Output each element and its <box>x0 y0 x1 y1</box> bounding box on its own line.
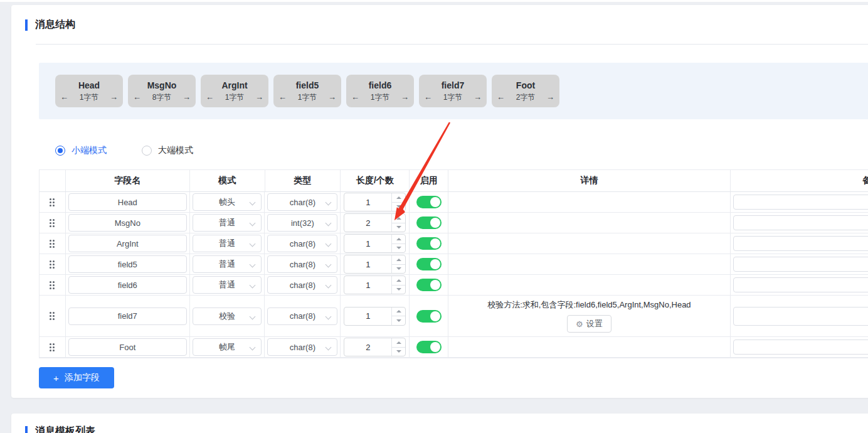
mode-select[interactable]: 普通 <box>193 276 262 294</box>
remark-input[interactable] <box>733 195 868 210</box>
type-select[interactable]: char(8) <box>267 276 337 294</box>
field-name-input[interactable] <box>68 276 187 294</box>
mode-select[interactable]: 校验 <box>193 307 262 325</box>
enable-toggle[interactable] <box>416 216 442 229</box>
remark-input[interactable] <box>733 307 868 326</box>
field-name-input[interactable] <box>68 307 187 325</box>
field-name-input[interactable] <box>68 255 187 273</box>
field-box-name: MsgNo <box>128 80 196 91</box>
drag-handle-icon[interactable] <box>50 240 55 248</box>
detail-cell <box>448 337 730 357</box>
enable-toggle[interactable] <box>416 237 442 250</box>
type-select[interactable]: char(8) <box>267 307 337 325</box>
arrow-left-icon: ← <box>351 94 359 101</box>
enable-toggle[interactable] <box>416 310 442 323</box>
length-input[interactable] <box>344 275 406 294</box>
length-input[interactable] <box>344 255 406 274</box>
field-box-row: Head ← 1字节 → MsgNo ← 8字节 → ArgInt ← <box>55 75 559 107</box>
arrow-right-icon: → <box>255 94 263 101</box>
decrement-button[interactable] <box>392 265 405 274</box>
drag-handle-icon[interactable] <box>50 281 55 289</box>
decrement-button[interactable] <box>392 223 405 232</box>
type-select[interactable]: char(8) <box>267 235 337 252</box>
chevron-down-icon <box>250 200 256 206</box>
divider <box>36 44 868 45</box>
drag-handle-icon[interactable] <box>50 219 55 227</box>
remark-input[interactable] <box>733 236 868 251</box>
detail-cell <box>448 192 730 212</box>
mode-select[interactable]: 普通 <box>193 255 262 273</box>
byte-layout-panel: Head ← 1字节 → MsgNo ← 8字节 → ArgInt ← <box>39 63 868 119</box>
decrement-button[interactable] <box>392 286 405 294</box>
chevron-down-icon <box>326 241 332 247</box>
enable-toggle[interactable] <box>416 341 442 353</box>
decrement-button[interactable] <box>392 244 405 253</box>
field-box-size: 2字节 <box>516 92 536 103</box>
increment-button[interactable] <box>392 193 405 203</box>
title-accent-bar <box>25 19 28 31</box>
length-input[interactable] <box>344 213 406 232</box>
length-input[interactable] <box>344 338 406 356</box>
drag-handle-icon[interactable] <box>50 312 55 320</box>
page-title: 消息结构 <box>35 18 75 31</box>
increment-button[interactable] <box>392 338 405 348</box>
chevron-down-icon <box>326 220 332 227</box>
arrow-right-icon: → <box>401 94 409 101</box>
table-row: 校验 char(8) 校验方法:求和,包含字段:field6,field5,Ar… <box>40 296 868 337</box>
detail-cell <box>448 233 730 254</box>
length-input[interactable] <box>344 193 406 211</box>
decrement-button[interactable] <box>392 348 405 356</box>
enable-toggle[interactable] <box>416 279 442 291</box>
plus-icon: + <box>53 373 59 383</box>
type-select[interactable]: char(8) <box>267 193 337 211</box>
length-input[interactable] <box>344 307 406 326</box>
drag-handle-icon[interactable] <box>50 260 55 269</box>
increment-button[interactable] <box>392 235 405 244</box>
drag-handle-icon[interactable] <box>50 198 55 206</box>
message-template-card: 消息模板列表 <box>11 414 868 433</box>
field-box-size: 1字节 <box>80 92 99 103</box>
mode-select[interactable]: 普通 <box>193 214 262 232</box>
type-select[interactable]: char(8) <box>267 338 337 356</box>
enable-toggle[interactable] <box>416 196 442 208</box>
field-name-input[interactable] <box>68 338 187 356</box>
settings-button-label: 设置 <box>586 318 603 329</box>
drag-handle-icon[interactable] <box>50 343 55 351</box>
arrow-left-icon: ← <box>206 94 214 101</box>
template-list-title: 消息模板列表 <box>35 425 95 433</box>
header-enabled: 启用 <box>410 170 448 191</box>
add-field-button[interactable]: + 添加字段 <box>39 367 114 388</box>
increment-button[interactable] <box>392 255 405 265</box>
radio-little-endian[interactable]: 小端模式 <box>55 145 107 156</box>
remark-input[interactable] <box>733 257 868 272</box>
mode-select[interactable]: 普通 <box>193 235 262 252</box>
mode-select[interactable]: 帧尾 <box>193 338 262 356</box>
diagram-field-foot: Foot ← 2字节 → <box>492 75 559 107</box>
field-box-size: 8字节 <box>152 92 172 103</box>
radio-big-endian[interactable]: 大端模式 <box>142 145 193 156</box>
arrow-left-icon: ← <box>278 94 287 101</box>
increment-button[interactable] <box>392 307 405 317</box>
type-select[interactable]: int(32) <box>267 214 337 232</box>
remark-input[interactable] <box>733 277 868 292</box>
field-name-input[interactable] <box>68 235 187 252</box>
decrement-button[interactable] <box>392 316 405 325</box>
decrement-button[interactable] <box>392 203 405 211</box>
settings-button[interactable]: ⚙ 设置 <box>567 315 611 333</box>
type-select[interactable]: char(8) <box>267 255 337 273</box>
field-box-size: 1字节 <box>443 92 463 103</box>
mode-select[interactable]: 帧头 <box>193 193 262 211</box>
increment-button[interactable] <box>392 276 405 286</box>
remark-input[interactable] <box>733 215 868 230</box>
message-structure-card: 消息结构 Head ← 1字节 → MsgNo ← 8字节 → <box>11 5 868 398</box>
remark-input[interactable] <box>733 339 868 355</box>
length-input[interactable] <box>344 234 406 253</box>
chevron-down-icon <box>326 313 332 319</box>
field-name-input[interactable] <box>68 214 187 232</box>
field-box-name: Foot <box>492 80 559 91</box>
enable-toggle[interactable] <box>416 258 442 270</box>
field-name-input[interactable] <box>68 193 187 211</box>
detail-cell <box>448 213 730 233</box>
header-remark: 备注 <box>731 170 868 191</box>
increment-button[interactable] <box>392 214 405 223</box>
